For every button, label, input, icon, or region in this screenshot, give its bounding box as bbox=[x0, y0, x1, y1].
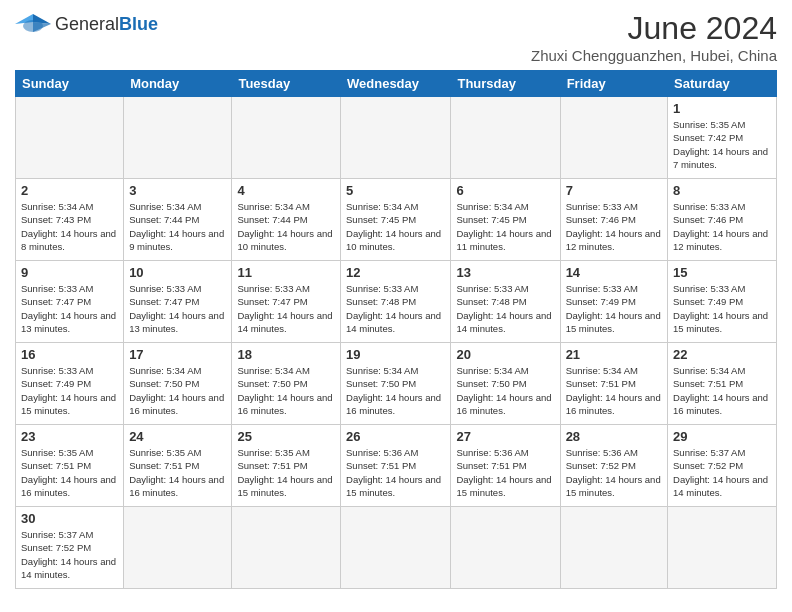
day-cell: 21Sunrise: 5:34 AM Sunset: 7:51 PM Dayli… bbox=[560, 343, 667, 425]
day-cell: 28Sunrise: 5:36 AM Sunset: 7:52 PM Dayli… bbox=[560, 425, 667, 507]
day-number: 13 bbox=[456, 265, 554, 280]
day-number: 12 bbox=[346, 265, 445, 280]
day-cell: 29Sunrise: 5:37 AM Sunset: 7:52 PM Dayli… bbox=[668, 425, 777, 507]
day-info: Sunrise: 5:37 AM Sunset: 7:52 PM Dayligh… bbox=[21, 528, 118, 581]
day-info: Sunrise: 5:33 AM Sunset: 7:46 PM Dayligh… bbox=[673, 200, 771, 253]
week-row-2: 9Sunrise: 5:33 AM Sunset: 7:47 PM Daylig… bbox=[16, 261, 777, 343]
day-number: 24 bbox=[129, 429, 226, 444]
day-number: 19 bbox=[346, 347, 445, 362]
header-monday: Monday bbox=[124, 71, 232, 97]
day-info: Sunrise: 5:33 AM Sunset: 7:47 PM Dayligh… bbox=[237, 282, 335, 335]
day-info: Sunrise: 5:34 AM Sunset: 7:45 PM Dayligh… bbox=[346, 200, 445, 253]
day-info: Sunrise: 5:34 AM Sunset: 7:44 PM Dayligh… bbox=[237, 200, 335, 253]
day-info: Sunrise: 5:35 AM Sunset: 7:51 PM Dayligh… bbox=[21, 446, 118, 499]
day-info: Sunrise: 5:35 AM Sunset: 7:51 PM Dayligh… bbox=[129, 446, 226, 499]
day-number: 10 bbox=[129, 265, 226, 280]
day-info: Sunrise: 5:37 AM Sunset: 7:52 PM Dayligh… bbox=[673, 446, 771, 499]
week-row-5: 30Sunrise: 5:37 AM Sunset: 7:52 PM Dayli… bbox=[16, 507, 777, 589]
day-info: Sunrise: 5:33 AM Sunset: 7:47 PM Dayligh… bbox=[21, 282, 118, 335]
weekday-header-row: Sunday Monday Tuesday Wednesday Thursday… bbox=[16, 71, 777, 97]
day-cell: 25Sunrise: 5:35 AM Sunset: 7:51 PM Dayli… bbox=[232, 425, 341, 507]
header-thursday: Thursday bbox=[451, 71, 560, 97]
day-info: Sunrise: 5:34 AM Sunset: 7:43 PM Dayligh… bbox=[21, 200, 118, 253]
day-cell: 30Sunrise: 5:37 AM Sunset: 7:52 PM Dayli… bbox=[16, 507, 124, 589]
header-tuesday: Tuesday bbox=[232, 71, 341, 97]
day-info: Sunrise: 5:34 AM Sunset: 7:51 PM Dayligh… bbox=[673, 364, 771, 417]
calendar-table: Sunday Monday Tuesday Wednesday Thursday… bbox=[15, 70, 777, 589]
location-subtitle: Zhuxi Chengguanzhen, Hubei, China bbox=[531, 47, 777, 64]
day-number: 28 bbox=[566, 429, 662, 444]
day-number: 6 bbox=[456, 183, 554, 198]
day-info: Sunrise: 5:33 AM Sunset: 7:47 PM Dayligh… bbox=[129, 282, 226, 335]
day-number: 2 bbox=[21, 183, 118, 198]
day-cell: 20Sunrise: 5:34 AM Sunset: 7:50 PM Dayli… bbox=[451, 343, 560, 425]
day-cell: 12Sunrise: 5:33 AM Sunset: 7:48 PM Dayli… bbox=[341, 261, 451, 343]
day-info: Sunrise: 5:35 AM Sunset: 7:42 PM Dayligh… bbox=[673, 118, 771, 171]
day-cell bbox=[451, 97, 560, 179]
day-number: 9 bbox=[21, 265, 118, 280]
title-block: June 2024 Zhuxi Chengguanzhen, Hubei, Ch… bbox=[531, 10, 777, 64]
day-info: Sunrise: 5:34 AM Sunset: 7:50 PM Dayligh… bbox=[456, 364, 554, 417]
day-cell: 27Sunrise: 5:36 AM Sunset: 7:51 PM Dayli… bbox=[451, 425, 560, 507]
header-saturday: Saturday bbox=[668, 71, 777, 97]
day-cell: 1Sunrise: 5:35 AM Sunset: 7:42 PM Daylig… bbox=[668, 97, 777, 179]
svg-point-3 bbox=[23, 20, 43, 32]
day-number: 21 bbox=[566, 347, 662, 362]
day-cell: 10Sunrise: 5:33 AM Sunset: 7:47 PM Dayli… bbox=[124, 261, 232, 343]
day-info: Sunrise: 5:34 AM Sunset: 7:45 PM Dayligh… bbox=[456, 200, 554, 253]
day-number: 25 bbox=[237, 429, 335, 444]
day-number: 16 bbox=[21, 347, 118, 362]
day-cell bbox=[232, 507, 341, 589]
day-cell: 18Sunrise: 5:34 AM Sunset: 7:50 PM Dayli… bbox=[232, 343, 341, 425]
day-number: 30 bbox=[21, 511, 118, 526]
day-number: 7 bbox=[566, 183, 662, 198]
day-cell bbox=[560, 507, 667, 589]
day-number: 18 bbox=[237, 347, 335, 362]
day-cell bbox=[232, 97, 341, 179]
day-info: Sunrise: 5:33 AM Sunset: 7:49 PM Dayligh… bbox=[21, 364, 118, 417]
day-number: 17 bbox=[129, 347, 226, 362]
day-cell: 8Sunrise: 5:33 AM Sunset: 7:46 PM Daylig… bbox=[668, 179, 777, 261]
day-cell: 6Sunrise: 5:34 AM Sunset: 7:45 PM Daylig… bbox=[451, 179, 560, 261]
day-info: Sunrise: 5:33 AM Sunset: 7:48 PM Dayligh… bbox=[456, 282, 554, 335]
day-cell: 3Sunrise: 5:34 AM Sunset: 7:44 PM Daylig… bbox=[124, 179, 232, 261]
page-container: GeneralBlue June 2024 Zhuxi Chengguanzhe… bbox=[15, 10, 777, 589]
day-cell: 23Sunrise: 5:35 AM Sunset: 7:51 PM Dayli… bbox=[16, 425, 124, 507]
day-cell: 5Sunrise: 5:34 AM Sunset: 7:45 PM Daylig… bbox=[341, 179, 451, 261]
day-info: Sunrise: 5:34 AM Sunset: 7:44 PM Dayligh… bbox=[129, 200, 226, 253]
header-wednesday: Wednesday bbox=[341, 71, 451, 97]
day-number: 23 bbox=[21, 429, 118, 444]
day-number: 3 bbox=[129, 183, 226, 198]
week-row-0: 1Sunrise: 5:35 AM Sunset: 7:42 PM Daylig… bbox=[16, 97, 777, 179]
day-cell: 17Sunrise: 5:34 AM Sunset: 7:50 PM Dayli… bbox=[124, 343, 232, 425]
logo: GeneralBlue bbox=[15, 10, 158, 38]
day-number: 8 bbox=[673, 183, 771, 198]
day-number: 11 bbox=[237, 265, 335, 280]
day-number: 26 bbox=[346, 429, 445, 444]
header-friday: Friday bbox=[560, 71, 667, 97]
day-cell bbox=[341, 97, 451, 179]
day-cell: 11Sunrise: 5:33 AM Sunset: 7:47 PM Dayli… bbox=[232, 261, 341, 343]
day-info: Sunrise: 5:33 AM Sunset: 7:49 PM Dayligh… bbox=[673, 282, 771, 335]
day-cell: 4Sunrise: 5:34 AM Sunset: 7:44 PM Daylig… bbox=[232, 179, 341, 261]
day-number: 15 bbox=[673, 265, 771, 280]
day-cell: 13Sunrise: 5:33 AM Sunset: 7:48 PM Dayli… bbox=[451, 261, 560, 343]
day-number: 4 bbox=[237, 183, 335, 198]
day-cell: 16Sunrise: 5:33 AM Sunset: 7:49 PM Dayli… bbox=[16, 343, 124, 425]
day-cell: 9Sunrise: 5:33 AM Sunset: 7:47 PM Daylig… bbox=[16, 261, 124, 343]
logo-icon bbox=[15, 10, 51, 38]
day-cell: 14Sunrise: 5:33 AM Sunset: 7:49 PM Dayli… bbox=[560, 261, 667, 343]
day-number: 20 bbox=[456, 347, 554, 362]
day-cell bbox=[341, 507, 451, 589]
day-info: Sunrise: 5:34 AM Sunset: 7:51 PM Dayligh… bbox=[566, 364, 662, 417]
day-info: Sunrise: 5:36 AM Sunset: 7:51 PM Dayligh… bbox=[346, 446, 445, 499]
day-info: Sunrise: 5:36 AM Sunset: 7:51 PM Dayligh… bbox=[456, 446, 554, 499]
day-number: 22 bbox=[673, 347, 771, 362]
day-cell bbox=[451, 507, 560, 589]
day-cell: 15Sunrise: 5:33 AM Sunset: 7:49 PM Dayli… bbox=[668, 261, 777, 343]
day-cell bbox=[560, 97, 667, 179]
day-number: 27 bbox=[456, 429, 554, 444]
day-number: 1 bbox=[673, 101, 771, 116]
week-row-3: 16Sunrise: 5:33 AM Sunset: 7:49 PM Dayli… bbox=[16, 343, 777, 425]
logo-text: GeneralBlue bbox=[55, 15, 158, 33]
